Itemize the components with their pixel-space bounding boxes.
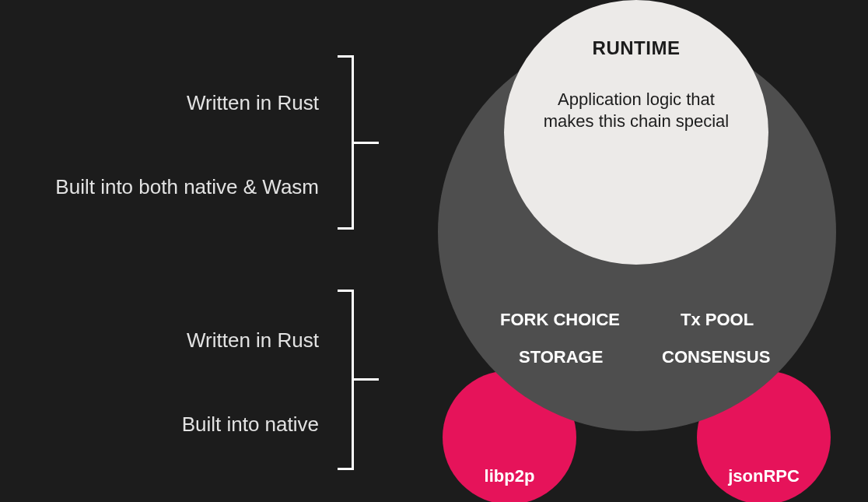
runtime-description: Application logic that makes this chain … (543, 89, 730, 132)
runtime-title: RUNTIME (593, 37, 681, 59)
runtime-bracket (340, 55, 354, 230)
storage-label: STORAGE (519, 347, 603, 367)
node-build-annotation: Built into native (8, 412, 319, 437)
consensus-label: CONSENSUS (662, 347, 770, 367)
node-bracket (340, 290, 354, 470)
runtime-lang-annotation: Written in Rust (8, 91, 319, 115)
node-components-group: FORK CHOICE Tx POOL STORAGE CONSENSUS (463, 310, 813, 380)
tx-pool-label: Tx POOL (681, 310, 754, 330)
runtime-build-annotation: Built into both native & Wasm (8, 175, 319, 199)
fork-choice-label: FORK CHOICE (500, 310, 620, 330)
runtime-circle: RUNTIME Application logic that makes thi… (504, 0, 768, 265)
node-lang-annotation: Written in Rust (8, 328, 319, 353)
